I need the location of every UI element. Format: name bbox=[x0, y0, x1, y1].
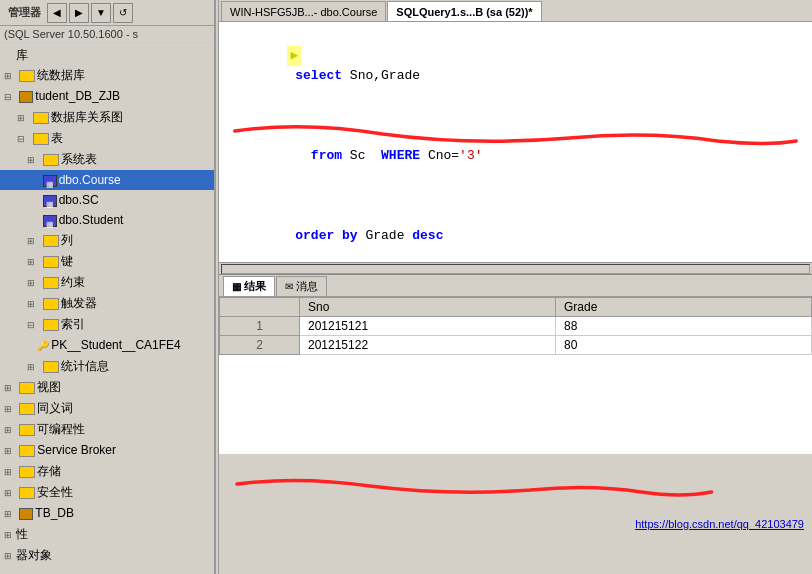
sidebar-item-jian[interactable]: ⊞ 键 bbox=[0, 251, 214, 272]
toolbar-btn-1[interactable]: ◀ bbox=[47, 3, 67, 23]
sidebar-item-kebianCheng[interactable]: ⊞ 可编程性 bbox=[0, 419, 214, 440]
results-tab-messages[interactable]: ✉ 消息 bbox=[276, 276, 327, 296]
sidebar-title-label: 管理器 bbox=[4, 4, 45, 21]
toolbar-btn-filter[interactable]: ▼ bbox=[91, 3, 111, 23]
table-row: 1 201215121 88 bbox=[220, 317, 812, 336]
tab-dbo-course[interactable]: WIN-HSFG5JB...- dbo.Course bbox=[221, 1, 386, 21]
col-header-grade: Grade bbox=[556, 298, 812, 317]
sidebar-item-tongyici[interactable]: ⊞ 同义词 bbox=[0, 398, 214, 419]
sidebar-toolbar: 管理器 ◀ ▶ ▼ ↺ bbox=[0, 0, 214, 26]
bottom-area: https://blog.csdn.net/qq_42103479 bbox=[219, 454, 812, 534]
results-table: Sno Grade 1 201215121 88 2 201215122 80 bbox=[219, 297, 812, 355]
sidebar-item-shitu[interactable]: ⊞ 视图 bbox=[0, 377, 214, 398]
sidebar-item-dbo-sc[interactable]: ▦dbo.SC bbox=[0, 190, 214, 210]
sidebar-item-suoyin[interactable]: ⊟ 索引 bbox=[0, 314, 214, 335]
sidebar-item-yueshu[interactable]: ⊞ 约束 bbox=[0, 272, 214, 293]
sidebar-item-tongshujuku[interactable]: ⊞ 统数据库 bbox=[0, 65, 214, 86]
editor-scrollbar[interactable] bbox=[219, 262, 812, 274]
sidebar-item-chufa[interactable]: ⊞ 触发器 bbox=[0, 293, 214, 314]
col-header-sno: Sno bbox=[300, 298, 556, 317]
sidebar-item-tbdb[interactable]: ⊞ TB_DB bbox=[0, 503, 214, 524]
sidebar: 管理器 ◀ ▶ ▼ ↺ (SQL Server 10.50.1600 - s 库… bbox=[0, 0, 215, 574]
sql-line-3: order by Grade desc bbox=[225, 186, 806, 262]
sidebar-item-anquan[interactable]: ⊞ 安全性 bbox=[0, 482, 214, 503]
cell-rownum-2: 2 bbox=[220, 336, 300, 355]
cell-sno-1[interactable]: 201215121 bbox=[300, 317, 556, 336]
db-server-label: (SQL Server 10.50.1600 - s bbox=[0, 26, 214, 43]
sidebar-item-qi-duixiang[interactable]: ⊞器对象 bbox=[0, 545, 214, 566]
results-tab-bar: ▦ 结果 ✉ 消息 bbox=[219, 275, 812, 297]
sidebar-item-cunchu[interactable]: ⊞ 存储 bbox=[0, 461, 214, 482]
sidebar-item-biao[interactable]: ⊟ 表 bbox=[0, 128, 214, 149]
editor-tab-bar: WIN-HSFG5JB...- dbo.Course SQLQuery1.s..… bbox=[219, 0, 812, 22]
cell-sno-2[interactable]: 201215122 bbox=[300, 336, 556, 355]
table-row: 2 201215122 80 bbox=[220, 336, 812, 355]
results-tab-grid[interactable]: ▦ 结果 bbox=[223, 276, 275, 296]
sidebar-item-tongji[interactable]: ⊞ 统计信息 bbox=[0, 356, 214, 377]
sidebar-item-lie[interactable]: ⊞ 列 bbox=[0, 230, 214, 251]
col-header-rownum bbox=[220, 298, 300, 317]
sidebar-item-pk-student[interactable]: 🔑PK__Student__CA1FE4 bbox=[0, 335, 214, 356]
sidebar-item-service-broker[interactable]: ⊞ Service Broker bbox=[0, 440, 214, 461]
sql-line-2: from Sc WHERE Cno='3' bbox=[225, 106, 806, 186]
sql-line-1: ▶ select Sno,Grade bbox=[225, 26, 806, 106]
watermark-text: https://blog.csdn.net/qq_42103479 bbox=[635, 518, 804, 530]
sidebar-item-dbo-student[interactable]: ▦dbo.Student bbox=[0, 210, 214, 230]
results-table-area: Sno Grade 1 201215121 88 2 201215122 80 bbox=[219, 297, 812, 454]
sidebar-item-xitongbiao[interactable]: ⊞ 系统表 bbox=[0, 149, 214, 170]
sidebar-item-dbdiagram[interactable]: ⊞ 数据库关系图 bbox=[0, 107, 214, 128]
toolbar-btn-refresh[interactable]: ↺ bbox=[113, 3, 133, 23]
results-panel: ▦ 结果 ✉ 消息 Sno Grade 1 bbox=[219, 274, 812, 454]
sidebar-item-xing[interactable]: ⊞性 bbox=[0, 524, 214, 545]
cell-grade-2[interactable]: 80 bbox=[556, 336, 812, 355]
sidebar-item-studentdb[interactable]: ⊟ tudent_DB_ZJB bbox=[0, 86, 214, 107]
sidebar-tree: 库 ⊞ 统数据库 ⊟ tudent_DB_ZJB ⊞ 数据库关系图 ⊟ 表 ⊞ … bbox=[0, 43, 214, 574]
cell-rownum-1: 1 bbox=[220, 317, 300, 336]
cell-grade-1[interactable]: 88 bbox=[556, 317, 812, 336]
toolbar-btn-2[interactable]: ▶ bbox=[69, 3, 89, 23]
sql-editor[interactable]: ▶ select Sno,Grade from Sc WHERE Cno='3'… bbox=[219, 22, 812, 262]
tab-sqlquery[interactable]: SQLQuery1.s...B (sa (52))* bbox=[387, 1, 541, 21]
right-panel: WIN-HSFG5JB...- dbo.Course SQLQuery1.s..… bbox=[219, 0, 812, 574]
sidebar-item-ku[interactable]: 库 bbox=[0, 45, 214, 65]
sidebar-item-dbo-course[interactable]: ▦dbo.Course bbox=[0, 170, 214, 190]
